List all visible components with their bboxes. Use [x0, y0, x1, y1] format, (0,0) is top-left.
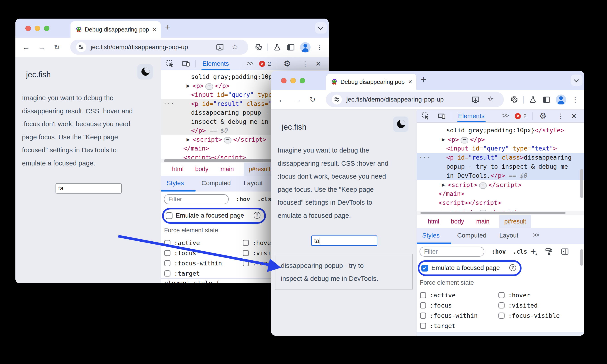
row-more-actions-icon[interactable]: ···	[163, 99, 175, 108]
code-line[interactable]: ···<p id="result" class>dissappearing	[417, 153, 584, 162]
state-checkbox[interactable]	[498, 292, 504, 298]
back-button[interactable]: ←	[22, 38, 30, 57]
state-checkbox[interactable]	[164, 260, 170, 266]
breadcrumb-html[interactable]: html	[428, 215, 439, 228]
side-panel-icon[interactable]	[543, 90, 550, 109]
experiments-flask-icon[interactable]	[273, 38, 281, 57]
forward-button[interactable]: →	[294, 90, 301, 109]
inspect-element-icon[interactable]	[166, 57, 174, 70]
code-line[interactable]: ▶<p>⋯</p>	[417, 135, 584, 144]
reload-button[interactable]: ↻	[54, 38, 60, 57]
tab-close-icon[interactable]: ×	[408, 78, 412, 85]
tab-computed[interactable]: Computed	[457, 228, 486, 243]
query-input[interactable]: ta	[55, 183, 122, 194]
elements-tree[interactable]: solid gray;padding:10px}</style>▶<p>⋯</p…	[417, 123, 584, 214]
breadcrumb-html[interactable]: html	[172, 163, 184, 176]
browser-tab[interactable]: Debug disappearing pop up ×	[70, 21, 161, 38]
more-panels-icon[interactable]: >>	[246, 57, 253, 70]
emulate-focused-page-checkbox[interactable]	[166, 212, 172, 219]
devtools-menu-icon[interactable]: ⋮	[557, 110, 564, 122]
code-line[interactable]: <script></script>	[417, 198, 584, 207]
collapsed-children-icon[interactable]: ⋯	[461, 137, 468, 143]
settings-gear-icon[interactable]: ⚙	[539, 110, 546, 122]
profile-avatar[interactable]	[556, 90, 566, 109]
expand-arrow-icon[interactable]: ▶	[442, 137, 445, 142]
install-download-icon[interactable]	[216, 43, 224, 52]
state-checkbox[interactable]	[164, 250, 170, 256]
profile-avatar[interactable]	[300, 38, 310, 57]
filter-input[interactable]: Filter	[420, 247, 484, 257]
vertical-scrollbar-thumb[interactable]	[580, 169, 583, 198]
settings-gear-icon[interactable]: ⚙	[284, 57, 291, 70]
tab-search-button[interactable]	[315, 22, 327, 34]
emulate-focused-page-checkbox[interactable]: ✓	[421, 265, 428, 272]
close-window-button[interactable]	[281, 78, 286, 83]
forward-button[interactable]: →	[38, 38, 46, 57]
state-checkbox[interactable]	[498, 312, 504, 319]
tab-elements[interactable]: Elements	[202, 57, 229, 70]
more-panels-icon[interactable]: >>	[502, 110, 508, 122]
tab-layout[interactable]: Layout	[499, 228, 518, 243]
help-icon[interactable]: ?	[509, 264, 516, 271]
expand-arrow-icon[interactable]: ▶	[187, 83, 190, 88]
dock-sidebar-icon[interactable]	[561, 244, 569, 259]
code-line[interactable]: popup - try to inspect & debug me	[417, 162, 584, 171]
state-checkbox[interactable]	[498, 302, 504, 309]
state-checkbox[interactable]	[243, 240, 249, 246]
state-checkbox[interactable]	[164, 240, 170, 246]
tab-styles[interactable]: Styles	[422, 228, 439, 243]
row-more-actions-icon[interactable]: ···	[419, 153, 430, 162]
reload-button[interactable]: ↻	[310, 90, 315, 109]
breadcrumb-main[interactable]: main	[476, 215, 490, 228]
tab-computed[interactable]: Computed	[202, 176, 231, 190]
browser-menu-icon[interactable]: ⋮	[316, 38, 323, 57]
state-checkbox[interactable]	[164, 270, 170, 276]
state-checkbox[interactable]	[420, 312, 426, 319]
browser-tab[interactable]: Debug disappearing pop up ×	[326, 74, 416, 90]
error-badge-icon[interactable]: ×	[515, 113, 521, 119]
help-icon[interactable]: ?	[254, 212, 260, 219]
breadcrumb-selected[interactable]: p#result	[499, 215, 531, 228]
more-tabs-icon[interactable]: >>	[533, 228, 539, 243]
back-button[interactable]: ←	[278, 90, 285, 109]
tab-elements[interactable]: Elements	[458, 110, 485, 122]
breadcrumb-body[interactable]: body	[451, 215, 464, 228]
query-input-focused[interactable]: ta	[311, 235, 377, 246]
device-toolbar-icon[interactable]	[181, 57, 190, 70]
site-settings-icon[interactable]	[332, 94, 342, 104]
extensions-icon[interactable]	[510, 90, 518, 109]
devtools-close-icon[interactable]: ×	[571, 110, 576, 122]
address-bar[interactable]: jec.fish/demo/disappearing-pop-up ☆	[70, 40, 248, 55]
dark-mode-toggle[interactable]	[393, 117, 408, 132]
state-checkbox[interactable]	[420, 292, 426, 298]
collapsed-children-icon[interactable]: ⋯	[205, 83, 213, 90]
filter-input[interactable]: Filter	[164, 194, 229, 204]
new-tab-button[interactable]: +	[421, 74, 426, 85]
code-line[interactable]: in DevTools.</p> == $0	[417, 171, 584, 180]
state-checkbox[interactable]	[420, 302, 426, 309]
code-line[interactable]: <input id="query" type="text">	[417, 144, 584, 153]
minimize-window-button[interactable]	[290, 78, 296, 83]
vertical-scrollbar-thumb[interactable]	[580, 249, 583, 266]
state-checkbox[interactable]	[243, 250, 249, 256]
toggle-hov-button[interactable]: :hov	[236, 192, 250, 207]
breadcrumb-body[interactable]: body	[195, 163, 208, 176]
devtools-menu-icon[interactable]: ⋮	[302, 57, 309, 70]
inspect-element-icon[interactable]	[422, 110, 429, 122]
scrollbar-thumb[interactable]	[164, 159, 272, 162]
tab-close-icon[interactable]: ×	[153, 26, 157, 33]
dark-mode-toggle[interactable]	[137, 64, 153, 79]
breadcrumb-main[interactable]: main	[220, 163, 234, 176]
extensions-icon[interactable]	[255, 38, 262, 57]
new-style-rule-button[interactable]: +	[531, 244, 537, 259]
state-checkbox[interactable]	[243, 260, 249, 266]
error-badge-icon[interactable]: ×	[259, 61, 265, 67]
device-toolbar-icon[interactable]	[437, 110, 446, 122]
close-window-button[interactable]	[26, 26, 31, 31]
tab-styles[interactable]: Styles	[167, 176, 184, 190]
scrollbar-thumb[interactable]	[420, 212, 566, 214]
state-checkbox[interactable]	[420, 323, 426, 329]
collapsed-children-icon[interactable]: ⋯	[224, 137, 232, 143]
zoom-window-button[interactable]	[300, 78, 305, 83]
code-line[interactable]: solid gray;padding:10px}</style>	[417, 126, 584, 135]
